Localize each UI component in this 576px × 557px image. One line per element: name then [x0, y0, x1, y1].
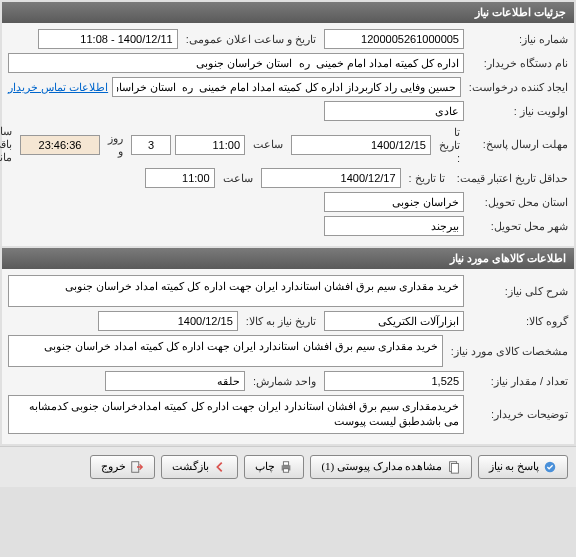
unit-label: واحد شمارش:: [249, 375, 320, 388]
need-number-label: شماره نیاز:: [468, 33, 568, 46]
need-to-goods-date-field[interactable]: [98, 311, 238, 331]
price-validity-time-field[interactable]: [145, 168, 215, 188]
buyer-org-field[interactable]: [8, 53, 464, 73]
print-button-label: چاپ: [255, 460, 275, 473]
buyer-notes-field[interactable]: خریدمقداری سیم برق افشان استاندارد ایران…: [8, 395, 464, 434]
countdown-field: [20, 135, 100, 155]
back-icon: [213, 460, 227, 474]
buyer-notes-label: توضیحات خریدار:: [468, 408, 568, 421]
price-validity-label: حداقل تاریخ اعتبار قیمت:: [453, 172, 568, 185]
delivery-province-field[interactable]: [324, 192, 464, 212]
need-number-field[interactable]: [324, 29, 464, 49]
delivery-province-label: استان محل تحویل:: [468, 196, 568, 209]
attachment-icon: [447, 460, 461, 474]
to-date-label: تا تاریخ :: [435, 126, 464, 164]
requester-field[interactable]: [112, 77, 461, 97]
priority-field[interactable]: [324, 101, 464, 121]
price-validity-date-field[interactable]: [261, 168, 401, 188]
need-info-body: شماره نیاز: تاریخ و ساعت اعلان عمومی: نا…: [2, 23, 574, 246]
back-button-label: بازگشت: [172, 460, 209, 473]
general-desc-label: شرح کلی نیاز:: [468, 285, 568, 298]
deadline-label: مهلت ارسال پاسخ:: [468, 138, 568, 151]
contact-link[interactable]: اطلاعات تماس خریدار: [8, 81, 108, 94]
announce-field[interactable]: [38, 29, 178, 49]
requester-label: ایجاد کننده درخواست:: [465, 81, 568, 94]
svg-rect-2: [451, 463, 458, 473]
qty-field[interactable]: [324, 371, 464, 391]
announce-label: تاریخ و ساعت اعلان عمومی:: [182, 33, 320, 46]
respond-button-label: پاسخ به نیاز: [489, 460, 540, 473]
qty-label: تعداد / مقدار نیاز:: [468, 375, 568, 388]
goods-info-panel: اطلاعات کالاهای مورد نیاز شرح کلی نیاز: …: [2, 248, 574, 444]
exit-button[interactable]: خروج: [90, 455, 155, 479]
exit-icon: [130, 460, 144, 474]
delivery-city-label: شهر محل تحویل:: [468, 220, 568, 233]
general-desc-field[interactable]: خرید مقداری سیم برق افشان استاندارد ایرا…: [8, 275, 464, 307]
priority-label: اولویت نیاز :: [468, 105, 568, 118]
remaining-label: ساعت باقی مانده: [0, 125, 16, 164]
need-info-header: جزئیات اطلاعات نیاز: [2, 2, 574, 23]
goods-spec-label: مشخصات کالای مورد نیاز:: [447, 345, 568, 358]
respond-button[interactable]: پاسخ به نیاز: [478, 455, 569, 479]
goods-spec-field[interactable]: خرید مقداری سیم برق افشان استاندارد ایرا…: [8, 335, 443, 367]
svg-rect-5: [284, 469, 289, 473]
goods-info-body: شرح کلی نیاز: خرید مقداری سیم برق افشان …: [2, 269, 574, 444]
need-info-panel: جزئیات اطلاعات نیاز شماره نیاز: تاریخ و …: [2, 2, 574, 246]
respond-icon: [543, 460, 557, 474]
goods-group-field[interactable]: [324, 311, 464, 331]
svg-rect-4: [284, 462, 289, 466]
deadline-date-field[interactable]: [291, 135, 431, 155]
goods-group-label: گروه کالا:: [468, 315, 568, 328]
unit-field[interactable]: [105, 371, 245, 391]
exit-button-label: خروج: [101, 460, 126, 473]
print-button[interactable]: چاپ: [244, 455, 304, 479]
attachments-button[interactable]: مشاهده مدارک پیوستی (1): [310, 455, 471, 479]
delivery-city-field[interactable]: [324, 216, 464, 236]
attachments-button-label: مشاهده مدارک پیوستی (1): [321, 460, 442, 473]
days-and-label: روز و: [104, 132, 127, 158]
time-label-2: ساعت: [219, 172, 257, 185]
goods-info-header: اطلاعات کالاهای مورد نیاز: [2, 248, 574, 269]
time-label-1: ساعت: [249, 138, 287, 151]
print-icon: [279, 460, 293, 474]
button-bar: پاسخ به نیاز مشاهده مدارک پیوستی (1) چاپ…: [0, 446, 576, 487]
to-date-label-2: تا تاریخ :: [405, 172, 449, 185]
need-to-goods-date-label: تاریخ نیاز به کالا:: [242, 315, 320, 328]
days-count-field[interactable]: [131, 135, 171, 155]
back-button[interactable]: بازگشت: [161, 455, 238, 479]
buyer-org-label: نام دستگاه خریدار:: [468, 57, 568, 70]
deadline-time-field[interactable]: [175, 135, 245, 155]
